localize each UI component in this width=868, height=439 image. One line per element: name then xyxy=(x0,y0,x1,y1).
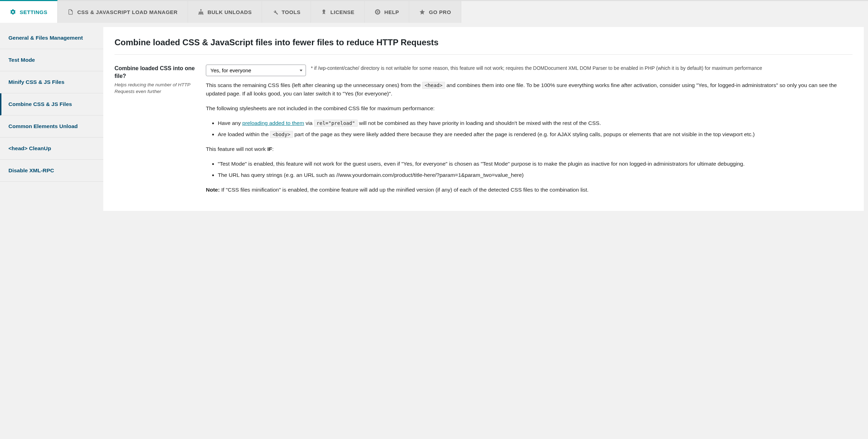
tab-label: BULK UNLOADS xyxy=(208,9,252,15)
tab-bulk-unloads[interactable]: BULK UNLOADS xyxy=(188,1,262,23)
list-item: "Test Mode" is enabled, this feature wil… xyxy=(218,160,853,168)
svg-rect-0 xyxy=(200,9,201,11)
tab-settings[interactable]: SETTINGS xyxy=(0,0,58,23)
wrench-icon xyxy=(272,9,278,15)
gear-icon xyxy=(10,9,16,15)
list-item: The URL has query strings (e.g. an URL s… xyxy=(218,171,853,179)
not-work-list: "Test Mode" is enabled, this feature wil… xyxy=(206,160,853,179)
tab-label: CSS & JAVASCRIPT LOAD MANAGER xyxy=(77,9,178,15)
excluded-intro: The following stylesheets are not includ… xyxy=(206,104,853,113)
sitemap-icon xyxy=(198,9,204,15)
setting-label: Combine loaded CSS into one file? xyxy=(115,65,195,80)
sidebar-item-test-mode[interactable]: Test Mode xyxy=(0,49,103,71)
setting-help-text: Helps reducing the number of HTTP Reques… xyxy=(115,82,195,95)
life-ring-icon xyxy=(374,9,381,15)
tab-label: LICENSE xyxy=(331,9,355,15)
tab-label: SETTINGS xyxy=(20,9,47,15)
tab-license[interactable]: LICENSE xyxy=(311,1,365,23)
main-tabs: SETTINGS CSS & JAVASCRIPT LOAD MANAGER B… xyxy=(0,0,868,23)
excluded-list: Have any preloading added to them via re… xyxy=(206,119,853,139)
award-icon xyxy=(321,9,327,15)
sidebar-item-minify[interactable]: Minify CSS & JS Files xyxy=(0,71,103,93)
tab-css-js-manager[interactable]: CSS & JAVASCRIPT LOAD MANAGER xyxy=(58,1,188,23)
tab-help[interactable]: HELP xyxy=(365,1,409,23)
body-code: <body> xyxy=(270,131,293,138)
sidebar-item-general[interactable]: General & Files Management xyxy=(0,27,103,49)
sidebar-item-common-unload[interactable]: Common Elements Unload xyxy=(0,115,103,138)
sidebar-item-combine[interactable]: Combine CSS & JS Files xyxy=(0,93,103,115)
cache-dir-note: * if /wp-content/cache/ directory is not… xyxy=(311,65,762,72)
settings-sidebar: General & Files Management Test Mode Min… xyxy=(0,23,103,215)
svg-rect-2 xyxy=(200,14,201,15)
star-icon xyxy=(419,9,425,15)
preloading-link[interactable]: preloading added to them xyxy=(242,120,304,126)
svg-rect-1 xyxy=(198,14,200,15)
document-icon xyxy=(67,9,74,15)
tab-label: TOOLS xyxy=(282,9,301,15)
svg-point-4 xyxy=(322,9,325,12)
sidebar-item-head-cleanup[interactable]: <head> CleanUp xyxy=(0,138,103,160)
list-item: Are loaded within the <body> part of the… xyxy=(218,130,853,139)
sidebar-item-disable-xmlrpc[interactable]: Disable XML-RPC xyxy=(0,160,103,182)
tab-label: HELP xyxy=(384,9,399,15)
section-heading: Combine loaded CSS & JavaScript files in… xyxy=(115,38,853,55)
list-item: Have any preloading added to them via re… xyxy=(218,119,853,127)
combine-css-select[interactable]: Yes, for everyone xyxy=(206,65,306,76)
tab-label: GO PRO xyxy=(429,9,451,15)
not-work-intro: This feature will not work IF: xyxy=(206,145,853,153)
tab-tools[interactable]: TOOLS xyxy=(262,1,311,23)
tab-go-pro[interactable]: GO PRO xyxy=(409,1,461,23)
description-paragraph-1: This scans the remaining CSS files (left… xyxy=(206,81,853,98)
rel-preload-code: rel="preload" xyxy=(314,120,358,127)
svg-rect-3 xyxy=(202,14,203,15)
note-paragraph: Note: If "CSS files minification" is ena… xyxy=(206,186,853,194)
content-panel: Combine loaded CSS & JavaScript files in… xyxy=(103,27,864,211)
head-code: <head> xyxy=(422,82,445,89)
